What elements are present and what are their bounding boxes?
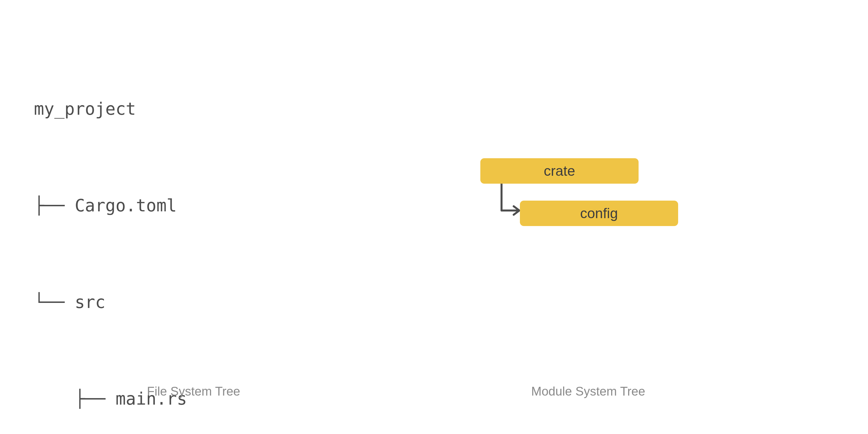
tree-row-cargo: ├── Cargo.toml <box>34 189 309 221</box>
module-node-config-label: config <box>580 205 618 221</box>
file-system-tree: my_project ├── Cargo.toml └── src ├── ma… <box>34 28 309 434</box>
module-node-config: config <box>520 200 678 226</box>
tree-root: my_project <box>34 93 309 125</box>
module-node-crate-label: crate <box>544 163 575 179</box>
tree-item-cargo: Cargo.toml <box>75 195 177 215</box>
caption-file-system: File System Tree <box>147 384 240 398</box>
module-system-tree: crate config <box>480 158 791 271</box>
tree-item-src: src <box>75 292 105 312</box>
arrow-icon <box>497 184 523 218</box>
caption-module-system: Module System Tree <box>531 384 645 398</box>
tree-row-src: └── src <box>34 286 309 318</box>
module-node-crate: crate <box>480 158 639 184</box>
diagram-stage: my_project ├── Cargo.toml └── src ├── ma… <box>0 0 868 434</box>
